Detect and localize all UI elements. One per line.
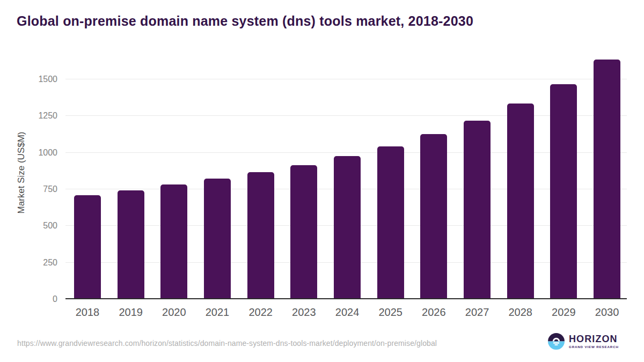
chart-card: Global on-premise domain name system (dn… — [0, 0, 644, 362]
bar-2030 — [594, 60, 620, 299]
y-tick-label-750: 750 — [0, 184, 57, 194]
bar-2021 — [204, 179, 231, 299]
x-axis-label-2025: 2025 — [378, 306, 402, 319]
gridline-1000 — [65, 152, 627, 153]
y-tick-label-1500: 1500 — [0, 75, 57, 84]
logo-sky-half — [548, 333, 565, 342]
bar-2029 — [550, 84, 577, 299]
y-tick-label-1000: 1000 — [0, 148, 57, 158]
x-axis-label-2028: 2028 — [508, 306, 532, 319]
y-tick-label-0: 0 — [0, 294, 57, 304]
x-axis-label-2018: 2018 — [76, 306, 100, 319]
gridline-1500 — [65, 79, 627, 79]
x-axis-line — [65, 298, 627, 299]
bar-2019 — [118, 190, 144, 299]
logo-title: HORIZON — [569, 334, 619, 344]
bar-2026 — [420, 134, 447, 299]
x-axis-label-2024: 2024 — [335, 306, 360, 319]
x-axis-label-2020: 2020 — [162, 306, 186, 319]
logo-reflection-line-1 — [553, 342, 559, 343]
x-axis-label-2019: 2019 — [119, 306, 143, 319]
x-axis-label-2021: 2021 — [206, 306, 230, 319]
bar-2028 — [507, 104, 534, 299]
y-axis-tick-labels: 0250500750100012501500 — [0, 47, 57, 299]
source-url: https://www.grandviewresearch.com/horizo… — [17, 339, 437, 348]
logo-subtitle: GRAND VIEW RESEARCH — [569, 345, 619, 349]
y-tick-label-500: 500 — [0, 221, 57, 231]
x-axis-label-2026: 2026 — [422, 306, 446, 319]
bar-2025 — [377, 146, 404, 299]
bar-2024 — [334, 156, 361, 299]
logo-reflection-line-2 — [554, 344, 558, 345]
x-axis-label-2027: 2027 — [465, 306, 489, 319]
gridline-1250 — [65, 115, 627, 116]
x-axis-label-2023: 2023 — [292, 306, 316, 319]
x-axis-label-2030: 2030 — [595, 306, 619, 319]
x-axis-label-2029: 2029 — [552, 306, 576, 319]
plot-area — [65, 47, 627, 299]
x-axis-labels: 2018201920202021202220232024202520262027… — [65, 306, 627, 319]
y-tick-label-1250: 1250 — [0, 111, 57, 121]
bar-2027 — [464, 121, 491, 299]
horizon-sun-circle-icon — [548, 333, 565, 350]
bar-2022 — [247, 172, 274, 299]
x-axis-label-2022: 2022 — [248, 306, 273, 319]
bar-2023 — [290, 165, 317, 299]
y-tick-label-250: 250 — [0, 258, 57, 268]
chart-title: Global on-premise domain name system (dn… — [17, 13, 473, 29]
logo-text: HORIZON GRAND VIEW RESEARCH — [569, 334, 619, 349]
bar-2020 — [160, 184, 187, 299]
bar-2018 — [74, 195, 101, 299]
horizon-logo: HORIZON GRAND VIEW RESEARCH — [548, 333, 634, 352]
